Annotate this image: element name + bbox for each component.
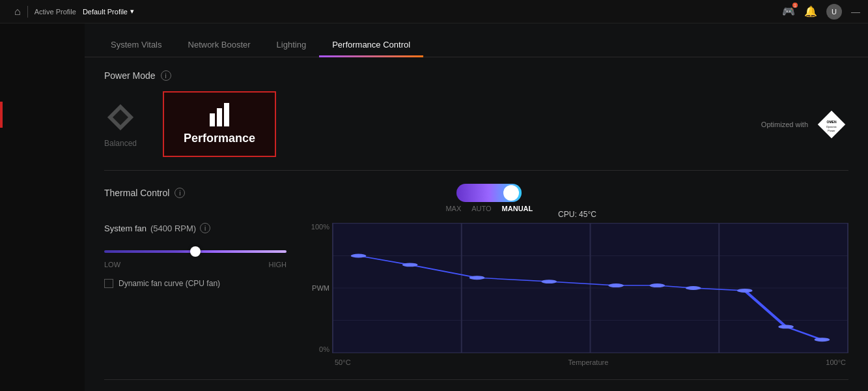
x-label-mid: Temperature	[568, 358, 609, 366]
svg-point-20	[608, 283, 624, 287]
tab-network-booster[interactable]: Network Booster	[175, 33, 264, 57]
dynamic-curve-checkbox[interactable]	[104, 279, 113, 288]
manual-label: MANUAL	[502, 205, 533, 212]
x-label-end: 100°C	[826, 358, 846, 366]
gamepad-icon[interactable]: 🎮 1	[782, 5, 795, 18]
svg-point-22	[686, 286, 701, 290]
performance-label: Performance	[184, 132, 255, 145]
y-bottom: 0%	[319, 345, 329, 353]
svg-point-16	[351, 254, 367, 258]
svg-point-23	[737, 289, 753, 293]
power-mode-title: Power Mode i	[104, 70, 848, 81]
profile-selector[interactable]: Default Profile ▾	[83, 7, 134, 16]
dynamic-curve-option: Dynamic fan curve (CPU fan)	[104, 279, 287, 288]
nav-tabs: System Vitals Network Booster Lighting P…	[85, 23, 868, 57]
home-icon[interactable]: ⌂	[14, 6, 21, 18]
chart-canvas-area: 50°C Temperature 100°C	[332, 223, 848, 366]
fan-info-icon[interactable]: i	[200, 223, 210, 233]
thermal-header: Thermal Control i MAX AUTO MANUAL	[104, 184, 848, 212]
max-label: MAX	[445, 205, 461, 212]
chart-title: CPU: 45°C	[558, 210, 596, 219]
fan-section: System fan (5400 RPM) i LOW HIGH Dynamic…	[104, 223, 848, 366]
thermal-info-icon[interactable]: i	[175, 188, 185, 198]
x-label-start: 50°C	[335, 358, 351, 366]
balanced-mode-option[interactable]: Balanced	[104, 101, 137, 148]
top-bar: ⌂ Active Profile Default Profile ▾ 🎮 1 🔔…	[0, 0, 868, 23]
svg-rect-2	[818, 110, 845, 138]
tab-performance-control[interactable]: Performance Control	[319, 33, 423, 57]
gamepad-badge: 1	[792, 3, 798, 8]
avatar[interactable]: U	[826, 4, 842, 20]
system-temperature-section: System Temperature	[104, 379, 848, 391]
svg-text:Power: Power	[828, 129, 835, 132]
slider-high-label: HIGH	[269, 261, 287, 268]
separator	[27, 6, 28, 18]
omen-diamond-icon: OMEN Dynamic Power	[815, 108, 848, 141]
bell-icon[interactable]: 🔔	[804, 5, 817, 18]
dynamic-curve-label: Dynamic fan curve (CPU fan)	[119, 279, 220, 288]
svg-point-17	[402, 263, 418, 267]
thermal-toggle[interactable]	[456, 184, 522, 202]
y-top: 100%	[311, 223, 329, 231]
content-area: Power Mode i Balanced	[85, 57, 868, 391]
thermal-control-section: Thermal Control i MAX AUTO MANUAL	[104, 184, 848, 366]
pwm-label: PWM	[312, 284, 329, 292]
performance-mode-option[interactable]: Performance	[163, 91, 276, 157]
svg-point-24	[778, 325, 794, 328]
minimize-button[interactable]: —	[851, 7, 860, 17]
active-profile-label: Active Profile	[35, 8, 76, 16]
slider-labels: LOW HIGH	[104, 261, 287, 268]
auto-label: AUTO	[471, 205, 491, 212]
svg-text:OMEN: OMEN	[827, 120, 837, 124]
tab-lighting[interactable]: Lighting	[264, 33, 320, 57]
slider-low-label: LOW	[104, 261, 120, 268]
sidebar	[0, 23, 85, 391]
thermal-toggle-area: MAX AUTO MANUAL	[445, 184, 533, 212]
balanced-label: Balanced	[104, 139, 137, 148]
omen-badge: Optimized with OMEN Dynamic Power	[761, 108, 848, 141]
top-bar-left: ⌂ Active Profile Default Profile ▾	[14, 6, 134, 18]
sidebar-accent-bar	[0, 102, 3, 128]
power-modes: Balanced Performance Optimized with	[104, 91, 848, 171]
profile-name: Default Profile	[83, 8, 128, 16]
fan-rpm: (5400 RPM)	[150, 224, 196, 233]
performance-icon	[210, 103, 229, 126]
fan-slider-container	[104, 244, 287, 255]
chart-y-axis: 100% PWM 0%	[306, 223, 332, 353]
omen-badge-text: Optimized with	[761, 121, 808, 128]
svg-text:Dynamic: Dynamic	[826, 125, 837, 128]
power-mode-section: Power Mode i Balanced	[104, 70, 848, 171]
tab-system-vitals[interactable]: System Vitals	[98, 33, 175, 57]
fan-title: System fan (5400 RPM) i	[104, 223, 287, 233]
omen-diamond-container: OMEN Dynamic Power	[815, 108, 848, 141]
chart-wrapper: CPU: 45°C 100% PWM 0%	[306, 223, 848, 366]
fan-label: System fan	[104, 224, 147, 233]
chevron-down-icon: ▾	[130, 7, 134, 16]
toggle-knob	[503, 185, 519, 201]
svg-point-21	[649, 283, 665, 287]
main-content: System Vitals Network Booster Lighting P…	[85, 23, 868, 391]
svg-point-18	[469, 276, 485, 280]
fan-controls: System fan (5400 RPM) i LOW HIGH Dynamic…	[104, 223, 287, 366]
balanced-icon	[104, 101, 137, 134]
chart-x-labels: 50°C Temperature 100°C	[332, 358, 848, 366]
chart-area: 100% PWM 0%	[306, 223, 848, 366]
fan-speed-slider[interactable]	[104, 250, 287, 253]
toggle-labels: MAX AUTO MANUAL	[445, 205, 533, 212]
svg-point-25	[815, 338, 830, 341]
svg-point-19	[541, 280, 557, 283]
top-icons: 🎮 1 🔔 U —	[782, 4, 860, 20]
fan-curve-chart[interactable]	[332, 223, 848, 353]
thermal-control-title: Thermal Control i	[104, 188, 185, 198]
power-mode-info-icon[interactable]: i	[161, 70, 171, 81]
